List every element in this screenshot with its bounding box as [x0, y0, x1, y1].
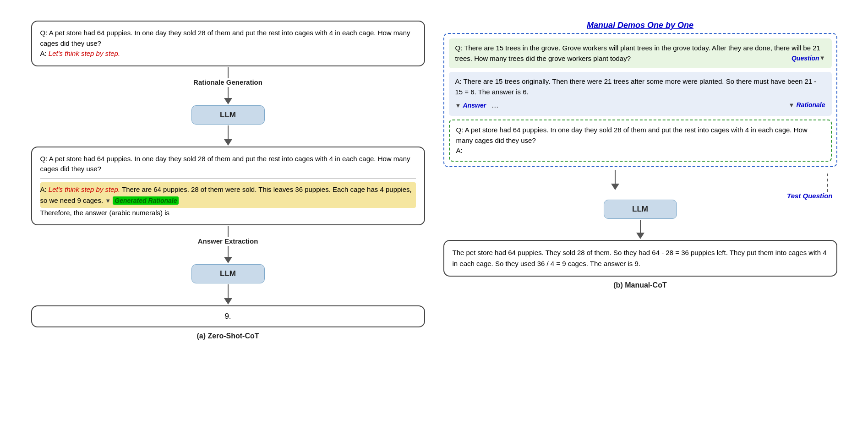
mid-cot-trigger: Let's think step by step.	[49, 185, 120, 193]
answer-extraction-arrow: Answer Extraction	[198, 226, 258, 263]
dots: ...	[491, 100, 498, 109]
answer-extraction-label: Answer Extraction	[198, 237, 258, 245]
left-mid-box: Q: A pet store had 64 puppies. In one da…	[31, 147, 425, 226]
llm-box-right: LLM	[604, 200, 677, 219]
right-title: Manual Demos One by One	[587, 21, 693, 30]
rationale-arrow-icon: ▼	[105, 196, 111, 206]
test-question-box: Q: A pet store had 64 puppies. In one da…	[449, 120, 832, 162]
left-result-box: 9.	[31, 305, 425, 327]
left-answer-prefix: A:	[40, 49, 49, 57]
answer-arrow-icon: ▼	[455, 102, 461, 109]
demo-rationale-text: There are 15 trees originally. Then ther…	[455, 77, 817, 96]
mid-continuation: Therefore, the answer (arabic numerals) …	[40, 209, 170, 217]
test-question-text: Q: A pet store had 64 puppies. In one da…	[456, 126, 808, 144]
demo-question-text: Q: There are 15 trees in the grove. Grov…	[455, 44, 820, 62]
arrow-after-llm2	[224, 284, 232, 304]
demo-answer-prefix: A:	[455, 77, 464, 85]
llm-box-1: LLM	[191, 105, 265, 125]
test-answer-prefix: A:	[456, 147, 463, 154]
generated-rationale-label: Generated Rationale	[113, 196, 179, 205]
left-caption: (a) Zero-Shot-CoT	[197, 332, 259, 340]
left-top-box: Q: A pet store had 64 puppies. In one da…	[31, 21, 425, 66]
arrow-after-llm-right	[636, 220, 644, 239]
blue-dashed-demos-box: Q: There are 15 trees in the grove. Grov…	[443, 33, 837, 167]
left-panel: Q: A pet store had 64 puppies. In one da…	[31, 21, 425, 414]
right-caption: (b) Manual-CoT	[613, 281, 666, 289]
question-label: Question	[792, 54, 819, 63]
left-cot-trigger: Let's think step by step.	[49, 49, 120, 57]
rationale-label: Rationale	[796, 101, 825, 109]
answer-section: A: Let's think step by step. There are 6…	[40, 182, 416, 208]
demo-answer-section: A: There are 15 trees originally. Then t…	[449, 72, 832, 116]
arrow-after-llm1	[224, 125, 232, 146]
rationale-gen-label: Rationale Generation	[193, 78, 262, 86]
rationale-gen-arrow: Rationale Generation	[193, 67, 262, 104]
mid-answer-prefix: A:	[40, 185, 49, 193]
left-question-text: Q: A pet store had 64 puppies. In one da…	[40, 29, 410, 47]
answer-label: Answer	[463, 102, 486, 109]
left-mid-question: Q: A pet store had 64 puppies. In one da…	[40, 155, 410, 173]
test-question-label: Test Question	[787, 192, 832, 200]
rationale-arrow-icon-right: ▼	[788, 102, 794, 109]
question-arrow-icon: ▼	[819, 54, 825, 63]
right-output-box: The pet store had 64 puppies. They sold …	[443, 240, 837, 277]
right-center-arrow	[611, 170, 619, 190]
llm-box-2: LLM	[191, 264, 265, 283]
right-panel: Manual Demos One by One Q: There are 15 …	[443, 21, 837, 414]
demo-question-section: Q: There are 15 trees in the grove. Grov…	[449, 38, 832, 68]
